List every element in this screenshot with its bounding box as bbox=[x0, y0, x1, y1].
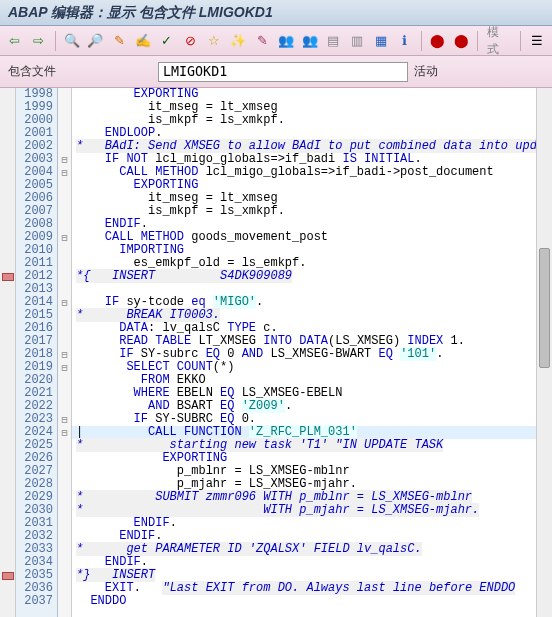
code-text-area[interactable]: EXPORTING it_mseg = lt_xmseg is_mkpf = l… bbox=[72, 88, 552, 617]
separator bbox=[55, 31, 56, 51]
include-name-input[interactable] bbox=[158, 62, 408, 82]
info-icon[interactable]: ℹ bbox=[394, 30, 416, 52]
inactive-icon[interactable]: ⊘ bbox=[180, 30, 202, 52]
breakpoint-icon[interactable]: ⬤ bbox=[427, 30, 449, 52]
main-toolbar: ⇦ ⇨ 🔍 🔎 ✎ ✍ ✓ ⊘ ☆ ✨ ✎ 👥 👥 ▤ ▥ ▦ ℹ ⬤ ⬤ 模式… bbox=[0, 26, 552, 56]
breakpoint2-icon[interactable]: ⬤ bbox=[451, 30, 473, 52]
back-icon[interactable]: ⇦ bbox=[4, 30, 26, 52]
other-icon[interactable]: ☆ bbox=[203, 30, 225, 52]
code-editor[interactable]: 1998199920002001200220032004200520062007… bbox=[0, 88, 552, 617]
vertical-scrollbar[interactable] bbox=[536, 88, 552, 617]
where-used-icon[interactable]: 🔎 bbox=[84, 30, 106, 52]
menu-icon[interactable]: ☰ bbox=[526, 30, 548, 52]
separator bbox=[520, 31, 521, 51]
mode-label[interactable]: 模式 bbox=[483, 24, 515, 58]
activate-icon[interactable]: ✓ bbox=[156, 30, 178, 52]
forward-icon[interactable]: ⇨ bbox=[28, 30, 50, 52]
include-bar: 包含文件 活动 bbox=[0, 56, 552, 88]
line-number-gutter[interactable]: 1998199920002001200220032004200520062007… bbox=[16, 88, 58, 617]
user-icon[interactable]: 👥 bbox=[275, 30, 297, 52]
marker-column bbox=[0, 88, 16, 617]
edit-icon[interactable]: ✎ bbox=[108, 30, 130, 52]
fold-column[interactable]: ⊟⊟⊟⊟⊟⊟⊟⊟ bbox=[58, 88, 72, 617]
include-label: 包含文件 bbox=[8, 63, 56, 80]
window-title: ABAP 编辑器：显示 包含文件 LMIGOKD1 bbox=[0, 0, 552, 26]
enhance2-icon[interactable]: ✎ bbox=[251, 30, 273, 52]
separator bbox=[421, 31, 422, 51]
change-icon[interactable]: ✍ bbox=[132, 30, 154, 52]
enhance-icon[interactable]: ✨ bbox=[227, 30, 249, 52]
scrollbar-thumb[interactable] bbox=[539, 248, 550, 368]
user2-icon[interactable]: 👥 bbox=[299, 30, 321, 52]
split-icon[interactable]: ▥ bbox=[346, 30, 368, 52]
window-icon[interactable]: ▦ bbox=[370, 30, 392, 52]
separator bbox=[477, 31, 478, 51]
status-label: 活动 bbox=[414, 63, 438, 80]
fullscreen-icon[interactable]: ▤ bbox=[323, 30, 345, 52]
display-icon[interactable]: 🔍 bbox=[61, 30, 83, 52]
